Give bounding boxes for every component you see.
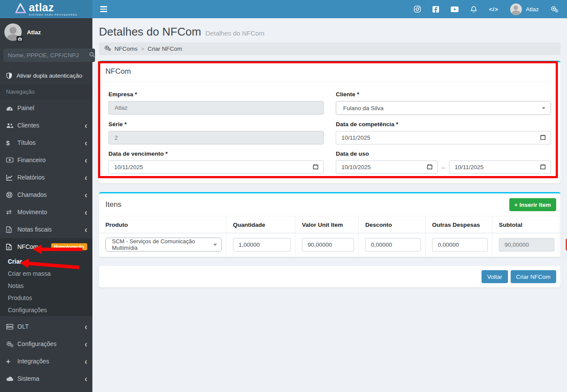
code-icon[interactable]: </> [489, 6, 498, 13]
sidebar-item-sistema[interactable]: Sistema ‹ [0, 370, 92, 387]
uso-end-date-field[interactable]: 10/11/2025 [449, 160, 551, 174]
sidebar-item-two-factor[interactable]: Ativar dupla autenticação [0, 66, 92, 85]
col-outras-despesas: Outras Despesas [426, 216, 492, 233]
facebook-icon[interactable] [433, 6, 439, 13]
uso-start-date-field[interactable]: 10/10/2025 [336, 160, 438, 174]
competencia-label: Data de competência * [336, 121, 551, 127]
col-produto: Produto [99, 216, 226, 233]
sidebar-item-movimento[interactable]: ⇄ Movimento ‹ [0, 203, 92, 221]
brand-name: atlaz [29, 2, 54, 13]
actions-bar: Voltar Criar NFCom [99, 266, 560, 287]
col-desconto: Desconto [359, 216, 426, 233]
valor-unit-input[interactable] [302, 238, 354, 252]
sidebar-user-name: Atlaz [27, 29, 41, 36]
file-invoice-icon [6, 226, 17, 233]
sidebar-user-panel: Atlaz [0, 18, 92, 47]
sidebar-item-integracoes[interactable]: + Integrações ‹ [0, 353, 92, 370]
col-subtotal: Subtotal [492, 216, 559, 233]
calendar-icon[interactable] [540, 134, 546, 141]
sidebar-item-chamados[interactable]: Chamados ‹ [0, 186, 92, 203]
subtotal-field [499, 238, 554, 252]
chevron-left-icon: ‹ [85, 156, 87, 164]
calendar-icon[interactable] [427, 164, 433, 171]
brand-triangle-icon [15, 3, 26, 15]
table-row: SCM - Serviços de Comunicação Multimídia… [99, 233, 567, 257]
serie-label: Série * [108, 121, 324, 127]
instagram-icon[interactable] [414, 6, 421, 13]
settings-gears-icon[interactable] [551, 6, 558, 13]
chevron-left-icon: ‹ [85, 322, 87, 331]
itens-card: Itens + Inserir Item Produto Quantidade … [99, 192, 560, 257]
plus-icon: + [6, 358, 10, 365]
criar-nfcom-button[interactable]: Criar NFCom [511, 270, 557, 283]
sidebar-subitem-configuracoes[interactable]: Configurações [0, 304, 92, 316]
sidebar-search [3, 49, 89, 62]
calendar-icon[interactable] [313, 164, 318, 171]
sidebar-item-financeiro[interactable]: Financeiro ‹ [0, 151, 92, 169]
uso-label: Data de uso [336, 150, 551, 157]
calendar-icon[interactable] [540, 164, 546, 171]
itens-table: Produto Quantidade Valor Unit Item Desco… [99, 216, 567, 257]
navbar-user-name: Atlaz [526, 6, 539, 13]
sidebar-item-nfcom[interactable]: NFCom Homologação [0, 238, 92, 255]
cliente-select[interactable]: Fulano da Silva [336, 101, 551, 115]
vencimento-date-field[interactable]: 10/11/2025 [108, 160, 324, 174]
outras-despesas-input[interactable] [432, 238, 488, 252]
search-input[interactable] [3, 49, 89, 62]
chevron-left-icon: ‹ [85, 340, 87, 348]
camera-icon[interactable] [16, 36, 23, 42]
bell-icon[interactable] [470, 6, 477, 13]
sidebar-item-clientes[interactable]: Clientes ‹ [0, 117, 92, 134]
sidebar: atlaz SISTEMA PARA PROVEDORES Atlaz Ativ… [0, 0, 92, 392]
sidebar-subitem-criar[interactable]: Criar [0, 255, 92, 268]
brand-tagline: SISTEMA PARA PROVEDORES [29, 13, 77, 16]
sidebar-item-notas-fiscais[interactable]: Notas fiscais ‹ [0, 221, 92, 238]
produto-select[interactable]: SCM - Serviços de Comunicação Multimídia [105, 238, 222, 252]
itens-card-title: Itens [105, 200, 121, 209]
competencia-date-field[interactable]: 10/11/2025 [336, 131, 551, 144]
empresa-field: Atlaz [108, 101, 324, 114]
chevron-left-icon: ‹ [85, 374, 87, 383]
breadcrumb-root-link[interactable]: NFComs [115, 46, 138, 52]
navbar-avatar [510, 3, 522, 15]
chevron-left-icon: ‹ [85, 121, 87, 130]
server-icon [6, 324, 17, 330]
empresa-label: Empresa * [108, 91, 324, 98]
sidebar-item-painel[interactable]: Painel [0, 99, 92, 117]
breadcrumb-gears-icon [104, 45, 111, 52]
desconto-input[interactable] [365, 238, 421, 252]
sidebar-subitem-produtos[interactable]: Produtos [0, 292, 92, 304]
search-icon [89, 52, 95, 59]
sidebar-item-relatorios[interactable]: Relatórios ‹ [0, 169, 92, 186]
support-ring-icon [6, 192, 17, 198]
navbar-user-menu[interactable]: Atlaz [510, 3, 539, 15]
quantidade-input[interactable] [233, 238, 291, 252]
sidebar-subitem-notas[interactable]: Notas [0, 280, 92, 292]
sidebar-item-titulos[interactable]: $ Títulos ‹ [0, 134, 92, 151]
exchange-arrows-icon: ⇄ [6, 208, 12, 216]
serie-field: 2 [108, 131, 324, 144]
dollar-icon: $ [6, 139, 10, 147]
sidebar-item-olt[interactable]: OLT ‹ [0, 318, 92, 335]
inserir-item-button[interactable]: + Inserir Item [509, 198, 556, 211]
youtube-icon[interactable] [451, 7, 459, 12]
col-quantidade: Quantidade [226, 216, 295, 233]
top-navbar: </> Atlaz [92, 0, 567, 18]
voltar-button[interactable]: Voltar [482, 270, 508, 283]
breadcrumb: NFComs > Criar NFCom [99, 42, 560, 55]
chevron-left-icon: ‹ [85, 357, 87, 366]
col-actions [559, 216, 567, 233]
menu-toggle-icon[interactable] [100, 6, 107, 12]
nfcom-card: NFCom Empresa * Atlaz Cliente * Fulano d… [99, 61, 560, 183]
chevron-left-icon: ‹ [85, 190, 87, 199]
chevron-left-icon: ‹ [85, 208, 87, 216]
homologacao-badge: Homologação [51, 243, 87, 250]
money-bill-icon [6, 157, 17, 163]
sidebar-item-configuracoes[interactable]: Configurações ‹ [0, 335, 92, 353]
sidebar-group-nfcom: NFCom Homologação Criar Criar em massa N… [0, 238, 92, 316]
sidebar-subitem-criar-em-massa[interactable]: Criar em massa [0, 268, 92, 280]
chevron-left-icon: ‹ [85, 138, 87, 147]
brand-logo[interactable]: atlaz SISTEMA PARA PROVEDORES [0, 0, 92, 18]
breadcrumb-current: Criar NFCom [147, 46, 182, 52]
search-button[interactable] [89, 49, 95, 62]
